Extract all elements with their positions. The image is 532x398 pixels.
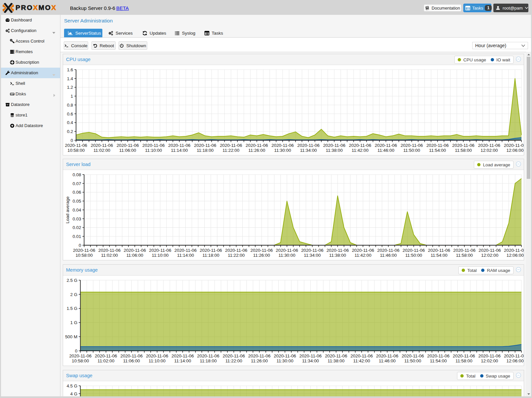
- svg-text:11:46:00: 11:46:00: [379, 358, 396, 363]
- svg-text:2020-11-06: 2020-11-06: [352, 248, 374, 253]
- svg-text:2020-11-06: 2020-11-06: [246, 143, 268, 148]
- svg-text:2020-11-06: 2020-11-06: [403, 248, 425, 253]
- svg-text:2020-11-06: 2020-11-06: [91, 143, 113, 148]
- svg-text:0.2: 0.2: [67, 129, 73, 134]
- svg-text:0: 0: [79, 243, 81, 248]
- svg-text:2020-11-06: 2020-11-06: [149, 248, 171, 253]
- svg-text:2020-11-06: 2020-11-06: [69, 353, 92, 358]
- svg-text:11:26:00: 11:26:00: [251, 358, 268, 363]
- svg-text:11:10:00: 11:10:00: [152, 253, 168, 258]
- svg-text:11:58:00: 11:58:00: [455, 148, 472, 153]
- svg-text:2020-11-06: 2020-11-06: [117, 143, 139, 148]
- svg-text:2020-11-06: 2020-11-06: [65, 143, 88, 148]
- svg-text:11:58:00: 11:58:00: [456, 253, 473, 258]
- svg-text:2020-11-06: 2020-11-06: [142, 143, 165, 148]
- svg-text:2020-11-06: 2020-11-06: [478, 143, 501, 148]
- svg-text:2020-11-06: 2020-11-06: [325, 353, 347, 358]
- svg-text:4 G: 4 G: [70, 391, 78, 396]
- svg-text:2020-11-06: 2020-11-06: [479, 248, 501, 253]
- svg-text:11:42:00: 11:42:00: [355, 253, 372, 258]
- svg-text:11:26:00: 11:26:00: [248, 148, 265, 153]
- svg-text:0.08: 0.08: [73, 172, 81, 177]
- svg-text:12:02:00: 12:02:00: [481, 358, 498, 363]
- svg-text:2020-11-06: 2020-11-06: [299, 353, 322, 358]
- svg-text:11:34:00: 11:34:00: [304, 253, 321, 258]
- svg-text:11:58:00: 11:58:00: [455, 358, 472, 363]
- svg-text:0.04: 0.04: [73, 208, 82, 213]
- svg-text:2020-11-06: 2020-11-06: [168, 143, 191, 148]
- svg-text:2020-11-06: 2020-11-06: [377, 248, 400, 253]
- svg-text:11:02:00: 11:02:00: [101, 253, 118, 258]
- svg-text:2020-11-06: 2020-11-06: [120, 353, 143, 358]
- svg-text:2020-11-06: 2020-11-06: [453, 248, 476, 253]
- svg-text:2020-11-06: 2020-11-06: [452, 143, 475, 148]
- svg-text:11:22:00: 11:22:00: [225, 358, 242, 363]
- svg-text:11:22:00: 11:22:00: [223, 148, 239, 153]
- svg-text:11:34:00: 11:34:00: [302, 358, 319, 363]
- svg-text:11:54:00: 11:54:00: [430, 358, 447, 363]
- svg-text:1 G: 1 G: [70, 320, 78, 325]
- svg-text:11:46:00: 11:46:00: [377, 148, 394, 153]
- svg-text:11:06:00: 11:06:00: [126, 253, 143, 258]
- svg-text:11:30:00: 11:30:00: [274, 148, 291, 153]
- svg-text:11:38:00: 11:38:00: [329, 253, 346, 258]
- svg-text:11:42:00: 11:42:00: [353, 358, 370, 363]
- svg-text:11:22:00: 11:22:00: [228, 253, 245, 258]
- svg-text:2020-11-06: 2020-11-06: [250, 248, 273, 253]
- svg-text:2020-11-06: 2020-11-06: [146, 353, 168, 358]
- svg-text:10:58:00: 10:58:00: [72, 358, 89, 363]
- svg-text:11:34:00: 11:34:00: [300, 148, 317, 153]
- svg-text:1.6: 1.6: [67, 67, 73, 72]
- svg-text:11:42:00: 11:42:00: [352, 148, 369, 153]
- svg-text:1.5 G: 1.5 G: [67, 306, 78, 311]
- svg-text:2020-11-06: 2020-11-06: [428, 248, 450, 253]
- svg-text:1.2: 1.2: [67, 85, 73, 90]
- svg-text:2020-11-06: 2020-11-06: [73, 248, 95, 253]
- svg-text:2020-11-06: 2020-11-06: [174, 248, 197, 253]
- svg-text:11:38:00: 11:38:00: [326, 148, 343, 153]
- svg-text:1.4: 1.4: [67, 76, 73, 81]
- svg-text:2020-11-06: 2020-11-06: [349, 143, 372, 148]
- svg-text:2020-11-06: 2020-11-06: [220, 143, 242, 148]
- svg-text:2020-11-06: 2020-11-06: [504, 353, 524, 358]
- svg-text:2020-11-06: 2020-11-06: [95, 353, 117, 358]
- svg-text:2020-11-06: 2020-11-06: [426, 143, 449, 148]
- svg-text:2.5 G: 2.5 G: [67, 278, 78, 283]
- svg-text:0.07: 0.07: [73, 181, 81, 186]
- svg-text:2020-11-06: 2020-11-06: [401, 143, 423, 148]
- svg-text:2020-11-06: 2020-11-06: [327, 248, 349, 253]
- svg-text:2020-11-06: 2020-11-06: [98, 248, 121, 253]
- svg-text:0: 0: [71, 138, 73, 143]
- svg-text:2020-11-06: 2020-11-06: [271, 143, 294, 148]
- svg-text:11:14:00: 11:14:00: [177, 253, 194, 258]
- svg-text:11:18:00: 11:18:00: [202, 253, 219, 258]
- svg-text:2020-11-06: 2020-11-06: [504, 143, 524, 148]
- svg-text:11:14:00: 11:14:00: [174, 358, 191, 363]
- svg-text:0.01: 0.01: [73, 234, 81, 239]
- svg-text:500 M: 500 M: [65, 334, 77, 339]
- svg-text:11:10:00: 11:10:00: [145, 148, 162, 153]
- svg-text:2020-11-06: 2020-11-06: [225, 248, 248, 253]
- svg-text:12:06:00: 12:06:00: [507, 253, 524, 258]
- svg-text:2020-11-06: 2020-11-06: [376, 353, 399, 358]
- svg-text:0.4: 0.4: [67, 120, 73, 125]
- svg-text:2020-11-06: 2020-11-06: [350, 353, 373, 358]
- svg-text:11:50:00: 11:50:00: [403, 148, 420, 153]
- svg-text:2020-11-06: 2020-11-06: [504, 248, 524, 253]
- svg-text:0: 0: [75, 348, 77, 353]
- svg-text:11:06:00: 11:06:00: [119, 148, 136, 153]
- svg-text:12:06:00: 12:06:00: [506, 148, 523, 153]
- svg-text:11:46:00: 11:46:00: [380, 253, 397, 258]
- svg-text:11:54:00: 11:54:00: [429, 148, 446, 153]
- svg-text:12:02:00: 12:02:00: [480, 148, 498, 153]
- svg-text:0.6: 0.6: [67, 112, 73, 116]
- svg-text:2020-11-06: 2020-11-06: [375, 143, 397, 148]
- svg-text:2020-11-06: 2020-11-06: [248, 353, 271, 358]
- svg-text:0.05: 0.05: [73, 199, 81, 204]
- svg-text:1: 1: [71, 94, 73, 99]
- svg-text:0.03: 0.03: [73, 216, 81, 221]
- svg-text:2020-11-06: 2020-11-06: [297, 143, 320, 148]
- svg-text:2020-11-06: 2020-11-06: [276, 248, 298, 253]
- svg-text:11:54:00: 11:54:00: [431, 253, 447, 258]
- svg-text:2020-11-06: 2020-11-06: [197, 353, 220, 358]
